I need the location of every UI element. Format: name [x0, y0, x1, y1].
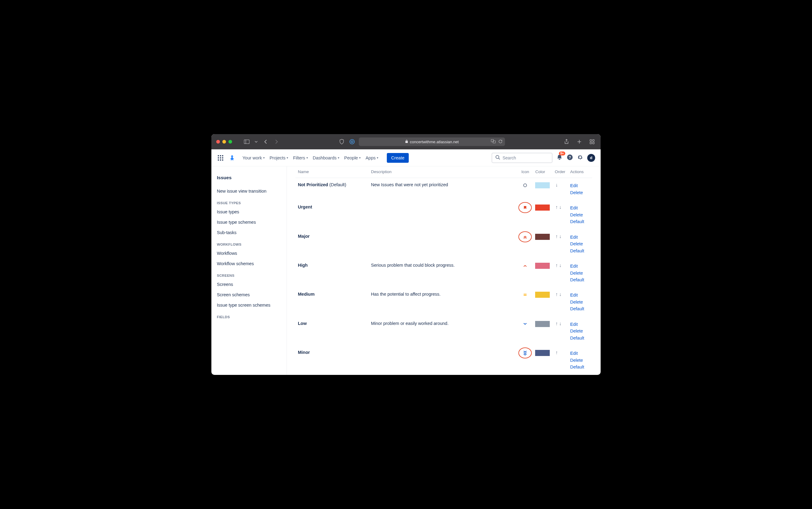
share-icon[interactable]: [563, 138, 570, 145]
privacy-icon[interactable]: [348, 138, 356, 145]
edit-link[interactable]: Edit: [570, 234, 590, 240]
priority-description: Minor problem or easily worked around.: [369, 317, 517, 346]
priority-name-cell: Urgent: [295, 200, 369, 229]
new-tab-icon[interactable]: [576, 138, 583, 145]
move-down-button[interactable]: ↓: [558, 205, 562, 210]
color-swatch: [535, 182, 550, 189]
translate-icon[interactable]: [491, 139, 496, 144]
chevron-down-icon: ▾: [338, 156, 339, 160]
move-down-button[interactable]: ↓: [558, 234, 562, 239]
sidebar-section-heading: ISSUE TYPES: [216, 196, 284, 207]
default-link[interactable]: Default: [570, 218, 590, 225]
sidebar-link-workflow-schemes[interactable]: Workflow schemes: [216, 259, 284, 269]
jira-logo-icon[interactable]: [228, 154, 236, 162]
nav-item-dashboards[interactable]: Dashboards▾: [310, 154, 342, 162]
sidebar-link-issue-type-schemes[interactable]: Issue type schemes: [216, 217, 284, 227]
forward-button[interactable]: [273, 138, 280, 145]
move-down-button[interactable]: ↓: [558, 321, 562, 327]
user-avatar[interactable]: d: [587, 154, 595, 162]
default-link[interactable]: Default: [570, 364, 590, 370]
priority-name-cell: High: [295, 259, 369, 287]
help-button[interactable]: ?: [566, 154, 573, 162]
sidebar-link-screens[interactable]: Screens: [216, 279, 284, 290]
default-link[interactable]: Default: [570, 247, 590, 254]
default-link[interactable]: Default: [570, 276, 590, 283]
move-up-button[interactable]: ↑: [555, 234, 558, 239]
svg-line-12: [499, 158, 500, 160]
move-up-button[interactable]: ↑: [555, 321, 558, 327]
address-bar[interactable]: concertwithme.atlassian.net: [359, 137, 505, 146]
default-link[interactable]: Default: [570, 335, 590, 341]
priority-icon-cell: [517, 317, 533, 346]
nav-item-apps[interactable]: Apps▾: [363, 154, 381, 162]
url-text: concertwithme.atlassian.net: [410, 140, 459, 144]
delete-link[interactable]: Delete: [570, 240, 590, 247]
priority-order-cell: ↑↓: [552, 317, 568, 346]
table-row: Minor↑EditDeleteDefault: [295, 346, 592, 375]
edit-link[interactable]: Edit: [570, 182, 590, 189]
move-down-button[interactable]: ↓: [558, 292, 562, 297]
sidebar-link-issue-types[interactable]: Issue types: [216, 207, 284, 217]
delete-link[interactable]: Delete: [570, 328, 590, 334]
priority-chev-down-icon: [522, 321, 528, 327]
nav-item-your-work[interactable]: Your work▾: [240, 154, 267, 162]
sidebar-link-screen-schemes[interactable]: Screen schemes: [216, 290, 284, 300]
sidebar-link-issue-type-screen-schemes[interactable]: Issue type screen schemes: [216, 300, 284, 310]
sidebar-link-sub-tasks[interactable]: Sub-tasks: [216, 227, 284, 238]
edit-link[interactable]: Edit: [570, 350, 590, 357]
edit-link[interactable]: Edit: [570, 292, 590, 298]
color-swatch: [535, 205, 550, 211]
move-up-button[interactable]: ↑: [555, 350, 558, 355]
move-up-button[interactable]: ↑: [555, 263, 558, 268]
nav-item-label: Filters: [293, 156, 305, 160]
edit-link[interactable]: Edit: [570, 263, 590, 269]
search-box[interactable]: [491, 153, 553, 163]
priority-order-cell: ↑↓: [552, 287, 568, 316]
chevron-down-icon: ▾: [306, 156, 308, 160]
priority-order-cell: ↑↓: [552, 230, 568, 259]
close-window-button[interactable]: [216, 140, 220, 143]
move-down-button[interactable]: ↓: [555, 182, 558, 188]
delete-link[interactable]: Delete: [570, 299, 590, 305]
delete-link[interactable]: Delete: [570, 357, 590, 364]
search-input[interactable]: [503, 156, 549, 160]
priority-order-cell: ↑↓: [552, 200, 568, 229]
sidebar-link-workflows[interactable]: Workflows: [216, 248, 284, 259]
move-up-button[interactable]: ↑: [555, 205, 558, 210]
priority-icon-cell: [517, 230, 533, 259]
create-button[interactable]: Create: [387, 153, 409, 163]
priority-actions-cell: EditDeleteDefault: [568, 317, 592, 346]
default-tag: (Default): [329, 182, 346, 187]
delete-link[interactable]: Delete: [570, 211, 590, 218]
lock-icon: [405, 140, 408, 144]
notifications-button[interactable]: 9+: [556, 154, 563, 162]
edit-link[interactable]: Edit: [570, 205, 590, 211]
priority-description: New Issues that were not yet prioritized: [369, 178, 517, 200]
color-swatch: [535, 321, 550, 327]
nav-item-projects[interactable]: Projects▾: [267, 154, 291, 162]
reload-icon[interactable]: [498, 139, 503, 144]
settings-button[interactable]: [577, 154, 584, 162]
move-up-button[interactable]: ↑: [555, 292, 558, 297]
sidebar-toggle-icon[interactable]: [243, 138, 250, 145]
nav-item-people[interactable]: People▾: [342, 154, 363, 162]
sidebar-link-new-issue-view-transition[interactable]: New issue view transition: [216, 186, 284, 196]
app-switcher-icon[interactable]: [217, 154, 224, 162]
tabs-icon[interactable]: [588, 138, 596, 145]
shield-icon[interactable]: [338, 138, 345, 145]
priority-description: [369, 230, 517, 259]
delete-link[interactable]: Delete: [570, 189, 590, 196]
nav-item-filters[interactable]: Filters▾: [291, 154, 310, 162]
minimize-window-button[interactable]: [222, 140, 226, 143]
priority-name: Major: [298, 234, 310, 239]
back-button[interactable]: [262, 138, 269, 145]
maximize-window-button[interactable]: [228, 140, 232, 143]
edit-link[interactable]: Edit: [570, 321, 590, 328]
move-down-button[interactable]: ↓: [558, 263, 562, 268]
default-link[interactable]: Default: [570, 305, 590, 312]
delete-link[interactable]: Delete: [570, 270, 590, 276]
toolbar-chevron-icon[interactable]: [254, 138, 258, 145]
priority-order-cell: ↑↓: [552, 259, 568, 287]
svg-point-11: [496, 156, 499, 159]
priority-name: High: [298, 263, 308, 268]
